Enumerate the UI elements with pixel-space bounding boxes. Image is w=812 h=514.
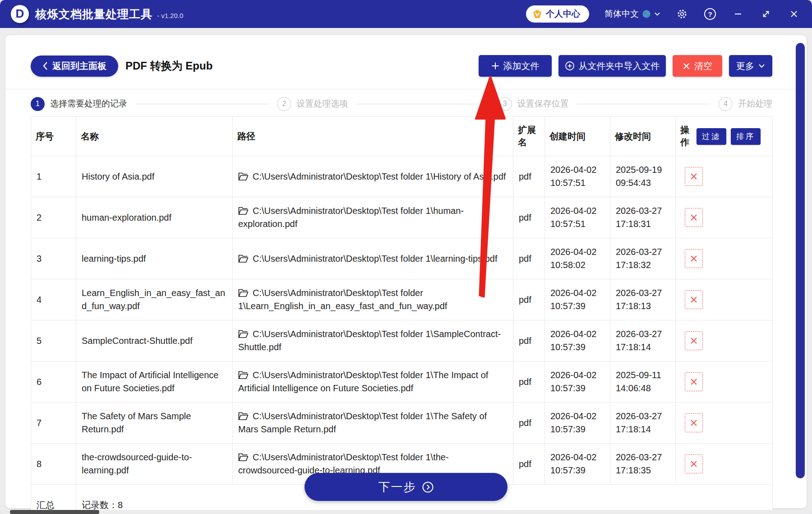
- modified-cell: 2026-03-27 17:18:14: [610, 403, 676, 444]
- delete-row-button[interactable]: [685, 331, 703, 350]
- file-name: Learn_English_in_an_easy_fast_and_fun_wa…: [76, 279, 233, 320]
- app-logo: D: [11, 5, 29, 23]
- delete-row-button[interactable]: [685, 290, 703, 309]
- step-4-start: 4 开始处理: [719, 97, 772, 111]
- chevron-down-icon: [758, 64, 765, 68]
- delete-row-button[interactable]: [685, 208, 703, 227]
- minimize-button[interactable]: [732, 8, 744, 20]
- file-path: C:\Users\Administrator\Desktop\Test fold…: [238, 288, 447, 311]
- created-time: 10:57:51: [550, 218, 604, 231]
- modified-cell: 2026-03-27 17:18:32: [610, 238, 676, 279]
- header-action: 操作 过滤 排序: [676, 117, 773, 156]
- row-index: 6: [31, 361, 76, 403]
- import-from-folder-label: 从文件夹中导入文件: [579, 60, 660, 72]
- delete-row-button[interactable]: [685, 249, 703, 268]
- file-ext: pdf: [513, 444, 545, 485]
- modified-date: 2026-03-27: [616, 245, 670, 259]
- filter-button[interactable]: 过滤: [697, 128, 726, 145]
- action-cell: [676, 444, 773, 485]
- settings-button[interactable]: [676, 8, 688, 20]
- close-icon: [790, 10, 798, 18]
- file-path-cell: C:\Users\Administrator\Desktop\Test fold…: [233, 403, 513, 444]
- delete-row-button[interactable]: [685, 372, 703, 391]
- delete-x-icon: [689, 459, 698, 468]
- more-button[interactable]: 更多: [729, 55, 772, 77]
- step-2-circle: 2: [277, 97, 291, 111]
- file-path-cell: C:\Users\Administrator\Desktop\Test fold…: [233, 156, 513, 197]
- header-created: 创建时间: [545, 117, 610, 156]
- created-time: 10:57:39: [550, 382, 604, 395]
- next-step-label: 下一步: [378, 479, 416, 495]
- file-ext: pdf: [513, 279, 545, 320]
- next-step-button[interactable]: 下一步: [304, 473, 508, 501]
- created-date: 2026-04-02: [550, 328, 604, 341]
- minimize-icon: [734, 10, 742, 18]
- add-files-button[interactable]: 添加文件: [479, 55, 552, 77]
- modified-cell: 2026-03-27 17:18:31: [610, 197, 676, 238]
- step-1-circle: 1: [31, 97, 45, 111]
- step-2-label: 设置处理选项: [296, 98, 348, 110]
- header-name: 名称: [76, 117, 233, 156]
- page-title: PDF 转换为 Epub: [125, 59, 212, 73]
- close-button[interactable]: [788, 8, 800, 20]
- row-index: 1: [31, 156, 76, 197]
- table-row: 3 learning-tips.pdf C:\Users\Administrat…: [31, 238, 773, 279]
- file-path-cell: C:\Users\Administrator\Desktop\Test fold…: [233, 320, 513, 361]
- modified-date: 2025-09-11: [616, 369, 670, 382]
- step-1-select-records: 1 选择需要处理的记录: [31, 97, 127, 111]
- horizontal-scrollbar-track: [0, 510, 812, 514]
- user-center-button[interactable]: 个人中心: [526, 5, 589, 23]
- action-cell: [676, 403, 773, 444]
- modified-date: 2026-03-27: [616, 328, 670, 341]
- delete-x-icon: [689, 213, 698, 222]
- file-ext: pdf: [513, 197, 545, 238]
- created-cell: 2026-04-02 10:57:39: [545, 361, 610, 403]
- toolbar-divider: [5, 89, 807, 89]
- delete-x-icon: [689, 418, 698, 427]
- step-3-label: 设置保存位置: [517, 98, 569, 110]
- language-selector[interactable]: 简体中文: [604, 8, 660, 20]
- step-connector: [135, 104, 269, 104]
- chevron-down-icon: [654, 12, 660, 16]
- import-from-folder-button[interactable]: 从文件夹中导入文件: [558, 55, 666, 77]
- file-path: C:\Users\Administrator\Desktop\Test fold…: [238, 370, 488, 393]
- row-index: 2: [31, 197, 76, 238]
- horizontal-scrollbar-thumb[interactable]: [10, 510, 99, 514]
- action-cell: [676, 238, 773, 279]
- modified-time: 17:18:35: [616, 464, 670, 477]
- table-row: 5 SampleContract-Shuttle.pdf C:\Users\Ad…: [31, 320, 773, 361]
- toolbar: 返回到主面板 PDF 转换为 Epub 添加文件 从文件夹中导入文件: [31, 55, 772, 77]
- modified-time: 14:06:48: [616, 382, 670, 395]
- file-path-cell: C:\Users\Administrator\Desktop\Test fold…: [233, 238, 513, 279]
- row-index: 7: [31, 403, 76, 444]
- delete-row-button[interactable]: [685, 167, 703, 186]
- folder-icon: [238, 207, 249, 215]
- back-to-dashboard-button[interactable]: 返回到主面板: [31, 56, 118, 77]
- delete-row-button[interactable]: [685, 413, 703, 432]
- row-index: 3: [31, 238, 76, 279]
- table-row: 1 History of Asia.pdf C:\Users\Administr…: [31, 156, 773, 197]
- step-3-save-location: 3 设置保存位置: [498, 97, 569, 111]
- file-path: C:\Users\Administrator\Desktop\Test fold…: [253, 171, 506, 181]
- help-button[interactable]: ?: [704, 8, 716, 20]
- file-path: C:\Users\Administrator\Desktop\Test fold…: [238, 411, 487, 434]
- created-cell: 2026-04-02 10:57:51: [545, 197, 610, 238]
- table-row: 2 human-exploration.pdf C:\Users\Adminis…: [31, 197, 773, 238]
- vertical-scrollbar[interactable]: [796, 43, 805, 478]
- created-date: 2026-04-02: [550, 369, 604, 382]
- expand-icon: [761, 9, 770, 19]
- gear-icon: [677, 9, 687, 19]
- modified-cell: 2026-03-27 17:18:13: [610, 279, 676, 320]
- file-name: the-crowdsourced-guide-to-learning.pdf: [76, 444, 233, 485]
- created-time: 10:57:39: [550, 464, 604, 477]
- delete-row-button[interactable]: [685, 454, 703, 473]
- maximize-button[interactable]: [760, 8, 772, 20]
- created-cell: 2026-04-02 10:57:39: [545, 279, 610, 320]
- file-name: The Impact of Artificial Intelligence on…: [76, 361, 233, 403]
- app-window: D 核烁文档批量处理工具 - v1.20.0 个人中心 简体中文: [0, 0, 812, 514]
- header-modified: 修改时间: [610, 117, 676, 156]
- clear-button[interactable]: 清空: [673, 55, 722, 77]
- sort-button[interactable]: 排序: [731, 128, 761, 145]
- step-4-label: 开始处理: [738, 98, 772, 110]
- action-cell: [676, 279, 773, 320]
